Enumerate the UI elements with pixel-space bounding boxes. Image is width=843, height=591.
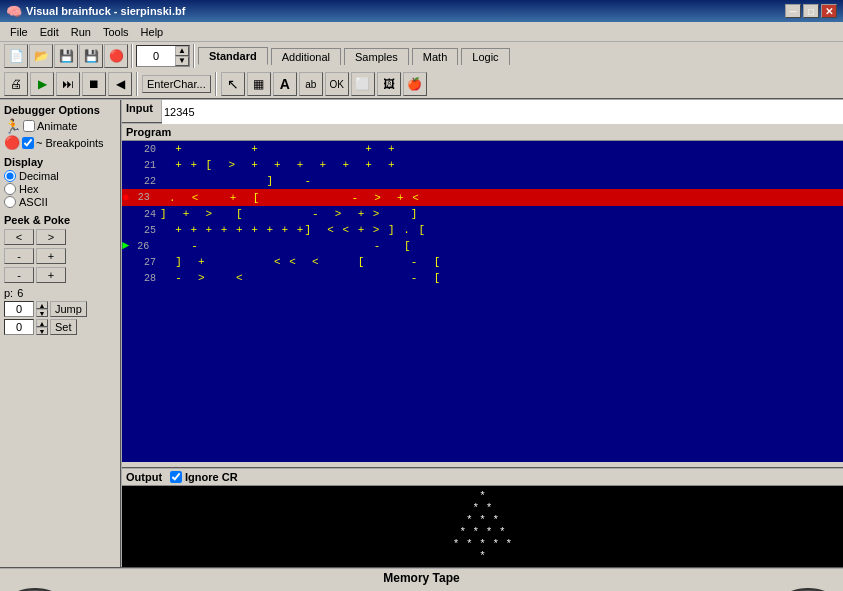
right-btn[interactable]: > <box>36 229 66 245</box>
spinner-buttons: ▲ ▼ <box>175 46 189 66</box>
decimal-row: Decimal <box>4 170 116 182</box>
program-line: 22 ] - <box>122 173 843 189</box>
plus-btn[interactable]: + <box>36 248 66 264</box>
output-area: ** ** * ** * * ** * * * ** <box>122 486 843 567</box>
open-button[interactable]: 📂 <box>29 44 53 68</box>
program-line: ►26 - - [ <box>122 238 843 254</box>
nav-buttons: < > <box>4 229 116 245</box>
title-bar: 🧠 Visual brainfuck - sierpinski.bf ─ □ ✕ <box>0 0 843 22</box>
text-tool[interactable]: A <box>273 72 297 96</box>
center-panel: Input Program 20 + + + +21 + + [ > + + +… <box>122 100 843 567</box>
back-button[interactable]: ◀ <box>108 72 132 96</box>
jump-button[interactable]: Jump <box>50 301 87 317</box>
stop-button[interactable]: ⏹ <box>82 72 106 96</box>
display-title: Display <box>4 156 116 168</box>
debugger-title: Debugger Options <box>4 104 116 116</box>
hex-row: Hex <box>4 183 116 195</box>
tab-logic[interactable]: Logic <box>461 48 509 65</box>
separator-2 <box>193 44 195 68</box>
program-line: ●23 . < + [ - > + < <box>122 189 843 206</box>
spinner-up[interactable]: ▲ <box>175 46 189 56</box>
set-up[interactable]: ▲ <box>36 319 48 327</box>
minimize-button[interactable]: ─ <box>785 4 801 18</box>
ab-tool[interactable]: ab <box>299 72 323 96</box>
peek-poke-title: Peek & Poke <box>4 214 116 226</box>
peek-poke-section: Peek & Poke < > - + - + p: 6 ▲ ▼ <box>4 214 116 335</box>
print-button[interactable]: 🖨 <box>4 72 28 96</box>
jump-row: ▲ ▼ Jump <box>4 301 116 317</box>
ignore-cr-checkbox[interactable] <box>170 471 182 483</box>
animate-icon: 🏃 <box>4 118 21 134</box>
full-toolbar: 📄 📂 💾 💾 🔴 ▲ ▼ Standard Additional Sample… <box>0 42 843 100</box>
tab-additional[interactable]: Additional <box>271 48 341 65</box>
jump-spinner: ▲ ▼ <box>36 301 48 317</box>
save2-button[interactable]: 💾 <box>79 44 103 68</box>
animate-checkbox[interactable] <box>23 120 35 132</box>
spinner-input[interactable] <box>137 46 175 66</box>
menu-run[interactable]: Run <box>65 24 97 40</box>
cursor-tool[interactable]: ↖ <box>221 72 245 96</box>
tab-samples[interactable]: Samples <box>344 48 409 65</box>
save-icon: 💾 <box>59 49 74 63</box>
ok-tool[interactable]: OK <box>325 72 349 96</box>
separator-4 <box>215 72 217 96</box>
decimal-radio[interactable] <box>4 170 16 182</box>
left-btn[interactable]: < <box>4 229 34 245</box>
minus-btn[interactable]: - <box>4 248 34 264</box>
set-down[interactable]: ▼ <box>36 327 48 335</box>
set-button[interactable]: Set <box>50 319 77 335</box>
program-line: 24] + > [ - > + > ] <box>122 206 843 222</box>
jump-input[interactable] <box>4 301 34 317</box>
minus2-btn[interactable]: - <box>4 267 34 283</box>
spinner-down[interactable]: ▼ <box>175 56 189 66</box>
save-button[interactable]: 💾 <box>54 44 78 68</box>
inc-dec-buttons: - + <box>4 248 116 264</box>
menu-tools[interactable]: Tools <box>97 24 135 40</box>
menu-bar: File Edit Run Tools Help <box>0 22 843 42</box>
hex-label: Hex <box>19 183 39 195</box>
input-field[interactable] <box>162 100 843 124</box>
program-line: 27 ] + < < < [ - [ <box>122 254 843 270</box>
open-icon: 📂 <box>34 49 49 63</box>
tab-math[interactable]: Math <box>412 48 458 65</box>
input-row: Input <box>122 100 843 124</box>
new-button[interactable]: 📄 <box>4 44 28 68</box>
inc-dec-buttons-2: - + <box>4 267 116 283</box>
set-spinner: ▲ ▼ <box>36 319 48 335</box>
ignore-cr-label[interactable]: Ignore CR <box>170 471 238 483</box>
memory-tape-section: Memory Tape 0002603220182000020020 <box>0 569 843 591</box>
breakpoints-checkbox[interactable] <box>22 137 34 149</box>
menu-edit[interactable]: Edit <box>34 24 65 40</box>
color-tool[interactable]: 🍎 <box>403 72 427 96</box>
jump-up[interactable]: ▲ <box>36 301 48 309</box>
spinner-wrap: ▲ ▼ <box>136 45 190 67</box>
left-panel: Debugger Options 🏃 Animate 🔴 ~ Breakpoin… <box>0 100 122 567</box>
close-button[interactable]: ✕ <box>821 4 837 18</box>
new-icon: 📄 <box>9 49 24 63</box>
ascii-radio[interactable] <box>4 196 16 208</box>
toolbar-row-2: 🖨 ▶ ⏭ ⏹ ◀ EnterChar... ↖ ▦ A ab OK ⬜ 🖼 🍎 <box>0 70 843 98</box>
decimal-label: Decimal <box>19 170 59 182</box>
breakpoints-row: 🔴 ~ Breakpoints <box>4 135 116 150</box>
debug-button[interactable]: 🔴 <box>104 44 128 68</box>
select-tool[interactable]: ▦ <box>247 72 271 96</box>
run-button[interactable]: ▶ <box>30 72 54 96</box>
menu-help[interactable]: Help <box>135 24 170 40</box>
set-input[interactable] <box>4 319 34 335</box>
p-value: 6 <box>17 287 23 299</box>
left-memory-reel <box>0 585 70 591</box>
enter-char-button[interactable]: EnterChar... <box>142 75 211 93</box>
menu-file[interactable]: File <box>4 24 34 40</box>
hex-radio[interactable] <box>4 183 16 195</box>
program-header: Program <box>122 124 843 141</box>
plus2-btn[interactable]: + <box>36 267 66 283</box>
program-area[interactable]: 20 + + + +21 + + [ > + + + + + + +22 ] -… <box>122 141 843 462</box>
tab-standard[interactable]: Standard <box>198 47 268 65</box>
memory-tape-row: 0002603220182000020020 <box>0 585 843 591</box>
box-tool[interactable]: ⬜ <box>351 72 375 96</box>
image-tool[interactable]: 🖼 <box>377 72 401 96</box>
save2-icon: 💾 <box>84 49 99 63</box>
jump-down[interactable]: ▼ <box>36 309 48 317</box>
maximize-button[interactable]: □ <box>803 4 819 18</box>
step-button[interactable]: ⏭ <box>56 72 80 96</box>
